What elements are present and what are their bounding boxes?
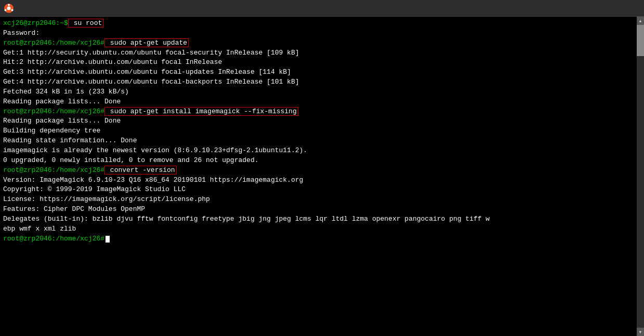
minimize-button[interactable]: [592, 3, 607, 14]
terminal-line: Fetched 324 kB in 1s (233 kB/s): [3, 87, 634, 97]
maximize-button[interactable]: [609, 3, 623, 14]
scroll-up-arrow[interactable]: ▲: [637, 17, 644, 25]
terminal-line: Features: Cipher DPC Modules OpenMP: [3, 205, 634, 214]
terminal-line: Get:1 http://security.ubuntu.com/ubuntu …: [3, 48, 634, 58]
terminal-line: imagemagick is already the newest versio…: [3, 146, 634, 156]
terminal-line: Get:3 http://archive.ubuntu.com/ubuntu f…: [3, 68, 634, 77]
terminal-line: Get:4 http://archive.ubuntu.com/ubuntu f…: [3, 77, 634, 87]
titlebar: [0, 0, 644, 17]
terminal-line: Building dependency tree: [3, 126, 634, 136]
terminal-line: root@zrp2046:/home/xcj26#: [3, 234, 634, 244]
terminal[interactable]: xcj26@zrp2046:~$ su rootPassword:root@zr…: [0, 17, 637, 336]
terminal-line: root@zrp2046:/home/xcj26# convert -versi…: [3, 166, 634, 176]
scroll-down-arrow[interactable]: ▼: [637, 328, 644, 336]
terminal-wrapper: xcj26@zrp2046:~$ su rootPassword:root@zr…: [0, 17, 644, 336]
terminal-line: Reading state information... Done: [3, 136, 634, 146]
terminal-line: Reading package lists... Done: [3, 97, 634, 107]
close-button[interactable]: [625, 3, 640, 14]
terminal-line: Delegates (built-in): bzlib djvu fftw fo…: [3, 214, 634, 224]
app-icon: [4, 4, 14, 13]
svg-point-3: [11, 9, 14, 11]
scrollbar-thumb[interactable]: [637, 25, 644, 56]
terminal-line: License: https://imagemagick.org/script/…: [3, 195, 634, 205]
svg-point-1: [7, 6, 11, 10]
terminal-line: Copyright: © 1999-2019 ImageMagick Studi…: [3, 185, 634, 195]
terminal-line: root@zrp2046:/home/xcj26# sudo apt-get i…: [3, 107, 634, 117]
svg-point-2: [8, 4, 10, 6]
terminal-line: xcj26@zrp2046:~$ su root: [3, 19, 634, 29]
scrollbar-track: [637, 25, 644, 328]
scrollbar[interactable]: ▲ ▼: [637, 17, 644, 336]
window-controls: [592, 3, 640, 14]
terminal-line: ebp wmf x xml zlib: [3, 224, 634, 234]
terminal-line: Reading package lists... Done: [3, 116, 634, 126]
svg-point-4: [5, 9, 7, 11]
terminal-line: 0 upgraded, 0 newly installed, 0 to remo…: [3, 156, 634, 166]
terminal-line: Version: ImageMagick 6.9.10-23 Q16 x86_6…: [3, 176, 634, 185]
terminal-line: root@zrp2046:/home/xcj26# sudo apt-get u…: [3, 38, 634, 48]
terminal-line: Hit:2 http://archive.ubuntu.com/ubuntu f…: [3, 58, 634, 68]
terminal-line: Password:: [3, 29, 634, 38]
